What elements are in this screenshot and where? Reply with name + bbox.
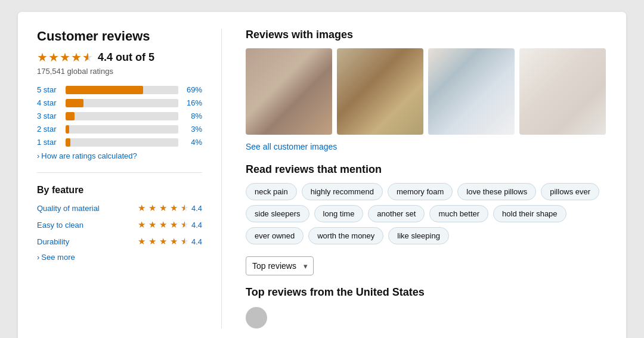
bar-row-5: 1 star 4% (37, 138, 202, 147)
feature-star-2: ★ (148, 203, 156, 213)
feature-rating-1[interactable]: 4.4 (191, 204, 202, 213)
bar-track-5 (66, 138, 178, 147)
tag-ever-owned[interactable]: ever owned (246, 227, 304, 244)
feature-row-3: Durability ★ ★ ★ ★ ★ ★ 4.4 (37, 236, 202, 247)
bar-label-5[interactable]: 1 star (37, 138, 61, 147)
star-1: ★ (37, 50, 48, 64)
feature-star-1: ★ (138, 203, 145, 213)
sort-select[interactable]: Top reviewsMost recentTop critical (246, 256, 314, 275)
feature-row-2: Easy to clean ★ ★ ★ ★ ★ ★ 4.4 (37, 219, 202, 230)
feature-rating-3[interactable]: 4.4 (191, 237, 202, 246)
bar-track-1 (66, 86, 178, 94)
bar-row-2: 4 star 16% (37, 98, 202, 107)
reviewer-row (246, 307, 607, 328)
feature-rating-2[interactable]: 4.4 (191, 221, 202, 230)
section-title: Customer reviews (37, 29, 202, 44)
tag-worth-the-money[interactable]: worth the money (308, 227, 383, 244)
avatar (246, 307, 267, 328)
feature-star-2: ★ (148, 236, 156, 247)
bar-pct-3[interactable]: 8% (183, 111, 202, 120)
stars-display: ★ ★ ★ ★ ★ ★ (37, 50, 93, 64)
tag-like-sleeping[interactable]: like sleeping (388, 227, 449, 244)
chevron-down-icon-2: › (37, 253, 39, 262)
feature-star-1: ★ (138, 236, 145, 247)
bar-pct-2[interactable]: 16% (183, 98, 202, 107)
sort-row: Top reviewsMost recentTop critical (246, 256, 607, 275)
feature-stars-1: ★ ★ ★ ★ ★ ★ 4.4 (138, 203, 202, 213)
star-3: ★ (60, 50, 70, 64)
chevron-down-icon: › (37, 151, 39, 160)
star-2: ★ (48, 50, 59, 64)
bar-label-1[interactable]: 5 star (37, 85, 61, 94)
bar-label-2[interactable]: 4 star (37, 98, 61, 107)
sort-wrapper: Top reviewsMost recentTop critical (246, 256, 314, 275)
images-title: Reviews with images (246, 29, 607, 41)
bar-pct-1[interactable]: 69% (183, 85, 202, 94)
reviews-card: Customer reviews ★ ★ ★ ★ ★ ★ 4.4 out of … (18, 12, 626, 338)
feature-star-4: ★ (170, 203, 178, 213)
rating-number: 4.4 out of 5 (98, 51, 154, 64)
mentions-title: Read reviews that mention (246, 163, 607, 176)
right-panel: Reviews with images See all customer ima… (246, 29, 607, 328)
bar-track-2 (66, 99, 178, 107)
tag-love-these-pillows[interactable]: love these pillows (457, 183, 536, 200)
feature-star-4: ★ (170, 219, 178, 230)
review-image-3[interactable] (428, 48, 515, 135)
tag-side-sleepers[interactable]: side sleepers (246, 205, 309, 222)
star-half: ★ ★ (82, 50, 93, 64)
see-all-images-link[interactable]: See all customer images (246, 142, 607, 151)
features-list: Quality of material ★ ★ ★ ★ ★ ★ 4.4 Easy… (37, 203, 202, 247)
tag-hold-their-shape[interactable]: hold their shape (493, 205, 566, 222)
feature-name-3[interactable]: Durability (37, 237, 69, 246)
feature-star-1: ★ (138, 219, 145, 230)
bar-row-3: 3 star 8% (37, 111, 202, 120)
tag-highly-recommend[interactable]: highly recommend (302, 183, 383, 200)
feature-row-1: Quality of material ★ ★ ★ ★ ★ ★ 4.4 (37, 203, 202, 213)
review-image-2[interactable] (337, 48, 423, 135)
feature-star-3: ★ (159, 203, 167, 213)
feature-stars-3: ★ ★ ★ ★ ★ ★ 4.4 (138, 236, 202, 247)
bar-label-4[interactable]: 2 star (37, 125, 61, 134)
feature-star-3: ★ (159, 236, 167, 247)
left-panel: Customer reviews ★ ★ ★ ★ ★ ★ 4.4 out of … (37, 29, 222, 328)
tag-much-better[interactable]: much better (429, 205, 488, 222)
tag-neck-pain[interactable]: neck pain (246, 183, 297, 200)
divider-1 (37, 172, 202, 173)
feature-star-4: ★ (170, 236, 178, 247)
bar-fill-4 (66, 125, 69, 134)
review-image-4[interactable] (519, 48, 606, 135)
feature-star-3: ★ (159, 219, 167, 230)
bar-fill-5 (66, 138, 70, 147)
feature-stars-2: ★ ★ ★ ★ ★ ★ 4.4 (138, 219, 202, 230)
tag-pillows-ever[interactable]: pillows ever (541, 183, 599, 200)
review-images-row (246, 48, 607, 135)
feature-name-2[interactable]: Easy to clean (37, 221, 83, 230)
bar-fill-2 (66, 99, 83, 107)
overall-rating-row: ★ ★ ★ ★ ★ ★ 4.4 out of 5 (37, 50, 202, 64)
feature-star-half: ★ ★ (181, 203, 188, 213)
tag-memory-foam[interactable]: memory foam (388, 183, 453, 200)
bar-pct-4[interactable]: 3% (183, 125, 202, 134)
bar-label-3[interactable]: 3 star (37, 111, 61, 120)
bar-fill-3 (66, 112, 75, 120)
tag-long-time[interactable]: long time (314, 205, 364, 222)
rating-bars: 5 star 69% 4 star 16% 3 star 8% 2 star 3… (37, 85, 202, 147)
ratings-help-link[interactable]: › How are ratings calculated? (37, 151, 202, 160)
by-feature-title: By feature (37, 185, 202, 196)
global-ratings: 175,541 global ratings (37, 67, 202, 76)
bar-track-3 (66, 112, 178, 120)
bar-row-1: 5 star 69% (37, 85, 202, 94)
top-reviews-title: Top reviews from the United States (246, 286, 607, 299)
bar-track-4 (66, 125, 178, 134)
see-more-link[interactable]: › See more (37, 253, 202, 262)
bar-fill-1 (66, 86, 143, 94)
feature-star-2: ★ (148, 219, 156, 230)
feature-star-half: ★ ★ (181, 236, 188, 247)
tag-another-set[interactable]: another set (368, 205, 425, 222)
bar-pct-5[interactable]: 4% (183, 138, 202, 147)
bar-row-4: 2 star 3% (37, 125, 202, 134)
review-image-1[interactable] (246, 48, 332, 135)
feature-name-1[interactable]: Quality of material (37, 204, 100, 213)
mention-tags: neck painhighly recommendmemory foamlove… (246, 183, 607, 244)
feature-star-half: ★ ★ (181, 219, 188, 230)
